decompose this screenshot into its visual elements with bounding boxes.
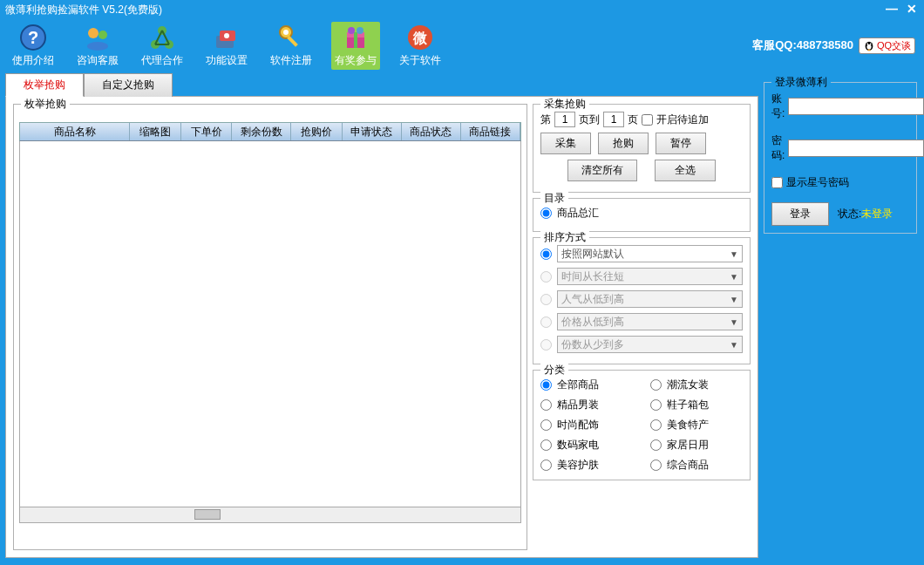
svg-point-22	[866, 44, 871, 50]
sort-radio[interactable]	[540, 248, 552, 260]
category-radio[interactable]	[540, 419, 552, 431]
sort-select: 时间从长往短▼	[557, 268, 743, 285]
svg-point-10	[224, 33, 229, 38]
category-group: 分类 全部商品潮流女装精品男装鞋子箱包时尚配饰美食特产数码家电家居日用美容护肤综…	[533, 370, 751, 480]
svg-point-4	[87, 42, 108, 51]
svg-point-17	[348, 27, 355, 34]
close-button[interactable]: ✕	[907, 2, 917, 16]
sort-select[interactable]: 按照网站默认▼	[557, 245, 743, 262]
clear-all-button[interactable]: 清空所有	[567, 160, 637, 181]
svg-point-23	[866, 43, 868, 44]
account-input[interactable]	[788, 98, 924, 115]
category-radio[interactable]	[650, 419, 662, 431]
buy-button[interactable]: 抢购	[598, 133, 649, 154]
support-qq: 客服QQ:488738580	[752, 37, 853, 53]
chevron-down-icon: ▼	[730, 295, 738, 304]
svg-point-3	[99, 31, 107, 39]
svg-point-25	[867, 49, 871, 51]
category-radio[interactable]	[540, 399, 552, 411]
sort-group: 排序方式 按照网站默认▼时间从长往短▼人气从低到高▼价格从低到高▼份数从少到多▼	[533, 237, 751, 364]
password-label: 密码:	[771, 133, 785, 163]
svg-text:?: ?	[28, 28, 38, 47]
chevron-down-icon: ▼	[730, 317, 738, 327]
table-header: 商品名称缩略图下单价剩余份数抢购价申请状态商品状态商品链接	[19, 122, 521, 141]
password-input[interactable]	[788, 140, 924, 157]
login-panel: 登录微薄利 账号: 密码: 显示星号密码 登录 状态:未登录	[764, 82, 917, 234]
chevron-down-icon: ▼	[730, 272, 738, 282]
people-icon	[84, 24, 112, 51]
catalog-group: 目录 商品总汇	[533, 198, 751, 232]
svg-rect-16	[354, 32, 357, 48]
toolbar-register[interactable]: 软件注册	[267, 22, 316, 70]
sort-radio	[540, 271, 552, 282]
svg-point-24	[870, 43, 872, 44]
sort-select: 价格从低到高▼	[557, 313, 743, 330]
network-icon	[148, 24, 176, 51]
account-label: 账号:	[771, 92, 785, 121]
login-button[interactable]: 登录	[771, 202, 829, 226]
enable-append-checkbox[interactable]	[642, 114, 653, 126]
toolbar-prize[interactable]: 有奖参与	[331, 22, 380, 70]
toolbar: ? 使用介绍 咨询客服 代理合作 功能设置 软件注册 有奖参与 微 关于软件 客…	[0, 19, 924, 71]
svg-point-18	[357, 27, 363, 34]
sort-select: 份数从少到多▼	[557, 336, 743, 353]
chevron-down-icon: ▼	[730, 340, 738, 350]
horizontal-scrollbar[interactable]	[19, 507, 521, 523]
category-radio[interactable]	[540, 439, 552, 451]
pause-button[interactable]: 暂停	[656, 133, 706, 154]
sort-select: 人气从低到高▼	[557, 290, 743, 308]
collect-button[interactable]: 采集	[540, 133, 591, 154]
select-all-button[interactable]: 全选	[655, 160, 716, 181]
toolbar-settings[interactable]: 功能设置	[202, 22, 251, 70]
minimize-button[interactable]: —	[886, 2, 898, 16]
column-header[interactable]: 缩略图	[130, 123, 180, 140]
gift-icon	[342, 24, 370, 51]
page-to-input[interactable]	[603, 112, 624, 127]
chevron-down-icon: ▼	[730, 249, 738, 259]
sort-radio	[540, 339, 552, 351]
tab-enum-buy[interactable]: 枚举抢购	[5, 73, 84, 97]
column-header[interactable]: 下单价	[181, 123, 232, 140]
column-header[interactable]: 商品名称	[20, 123, 130, 140]
svg-point-12	[283, 30, 289, 35]
about-icon: 微	[406, 24, 434, 51]
category-radio[interactable]	[540, 459, 552, 471]
svg-text:微: 微	[412, 31, 428, 45]
column-header[interactable]: 申请状态	[343, 123, 402, 140]
table-body	[19, 141, 521, 507]
key-icon	[277, 24, 305, 51]
svg-rect-13	[287, 36, 298, 47]
column-header[interactable]: 剩余份数	[232, 123, 291, 140]
page-from-input[interactable]	[554, 112, 575, 127]
window-title: 微薄利抢购捡漏软件 V5.2(免费版)	[5, 3, 162, 17]
show-password-checkbox[interactable]	[771, 177, 783, 188]
column-header[interactable]: 抢购价	[291, 123, 342, 140]
table-fieldset-label: 枚举抢购	[21, 97, 70, 112]
toolbar-support[interactable]: 咨询客服	[73, 22, 122, 70]
toolbar-intro[interactable]: ? 使用介绍	[9, 22, 58, 70]
category-radio[interactable]	[540, 379, 552, 391]
column-header[interactable]: 商品链接	[461, 123, 520, 140]
category-radio[interactable]	[650, 379, 662, 391]
catalog-all-radio[interactable]	[540, 208, 552, 219]
help-icon: ?	[19, 24, 47, 51]
category-radio[interactable]	[650, 459, 662, 471]
toolbar-agent[interactable]: 代理合作	[138, 22, 187, 70]
column-header[interactable]: 商品状态	[402, 123, 461, 140]
sort-radio	[540, 294, 552, 305]
qq-chat-button[interactable]: QQ交谈	[859, 37, 915, 54]
toolbar-about[interactable]: 微 关于软件	[396, 22, 445, 70]
qq-icon	[863, 39, 875, 51]
settings-icon	[213, 24, 241, 51]
collect-group: 采集抢购 第 页到 页 开启待追加 采集 抢购 暂停 清空所有 全选	[533, 104, 751, 193]
svg-point-2	[88, 28, 99, 38]
category-radio[interactable]	[650, 399, 662, 411]
sort-radio	[540, 317, 552, 328]
category-radio[interactable]	[650, 439, 662, 451]
tab-custom-buy[interactable]: 自定义抢购	[84, 73, 173, 97]
